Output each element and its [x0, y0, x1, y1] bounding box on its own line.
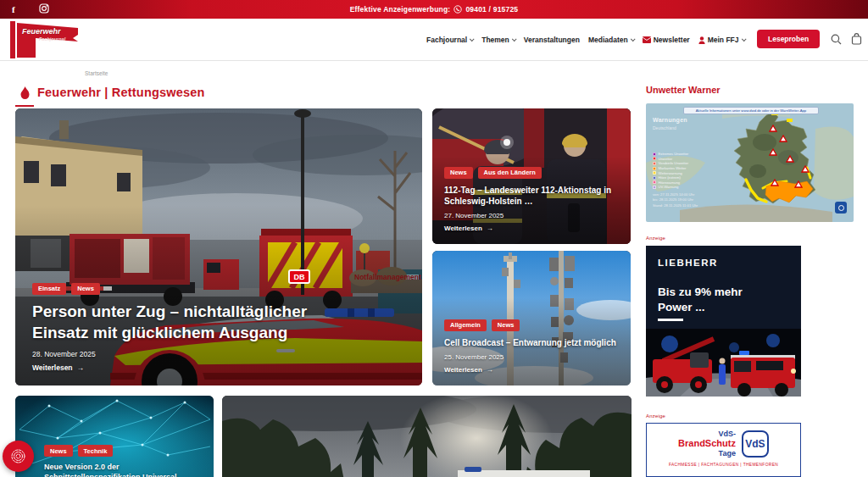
vds-ad-text: VdS- BrandSchutz Tage: [678, 430, 736, 458]
tag-list: News Aus den Ländern: [444, 167, 617, 179]
map-legend: Extremes Unwetter Unwetter Vorabinfo Unw…: [653, 152, 688, 190]
category-flame: [15, 86, 34, 107]
vds-logo: VdS: [742, 430, 769, 458]
liebherr-ad[interactable]: LIEBHERR Bis zu 9% mehr Power ...: [646, 246, 801, 397]
vds-tagline: FACHMESSE | FACHTAGUNGEN | THEMENFOREN: [647, 463, 800, 467]
main-nav: Fachjournal Themen Veranstaltungen Media…: [426, 19, 745, 61]
logo-line2: Fachjournal: [39, 36, 66, 42]
tag-badge[interactable]: Aus den Ländern: [478, 167, 542, 179]
article-image-storm-trees: [222, 396, 632, 477]
fingerprint-icon: [10, 448, 26, 464]
article-title[interactable]: Person unter Zug – nichtalltäglicher Ein…: [32, 301, 363, 343]
tag-badge[interactable]: News: [444, 167, 473, 179]
tag-badge[interactable]: Allgemein: [444, 319, 487, 331]
logo-line1: Feuerwehr: [22, 27, 61, 36]
tag-list: Allgemein News: [444, 319, 617, 331]
vds-ad[interactable]: VdS- BrandSchutz Tage VdS FACHMESSE | FA…: [646, 423, 801, 477]
map-banner: Aktuelle Informationen unter www.dwd.de …: [683, 107, 819, 114]
privacy-settings-button[interactable]: [3, 441, 34, 472]
ad-label: Anzeige: [646, 236, 665, 241]
topbar-message: Effektive Anzeigenwerbung: 09401 / 91572…: [0, 0, 868, 19]
nav-item-mediadaten[interactable]: Mediadaten: [588, 36, 634, 44]
user-icon: [698, 36, 705, 44]
map-title: Warnungen: [653, 117, 687, 123]
arrow-icon: →: [487, 366, 493, 374]
liebherr-ad-image: [646, 329, 801, 397]
tag-list: Einsatz News: [32, 283, 409, 295]
article-date: 25. November 2025: [444, 353, 617, 361]
page-title: Feuerwehr | Rettungswesen: [37, 86, 205, 99]
nav-item-fachjournal[interactable]: Fachjournal: [426, 36, 473, 44]
nav-item-newsletter[interactable]: Newsletter: [643, 36, 690, 44]
tag-list: News Technik: [44, 445, 205, 457]
chevron-down-icon: [631, 36, 636, 42]
chevron-down-icon: [512, 36, 517, 42]
readmore-link[interactable]: Weiterlesen→: [32, 363, 409, 372]
vehicle-lettering: Notfallmanagement: [354, 273, 421, 281]
article-card-storm[interactable]: [222, 396, 632, 477]
tag-badge[interactable]: News: [492, 319, 520, 331]
article-title[interactable]: Neue Version 2.0 der Schnittstellenspezi…: [44, 463, 205, 477]
readmore-link[interactable]: Weiterlesen→: [444, 225, 617, 232]
arrow-icon: →: [487, 225, 493, 232]
article-date: 27. November 2025: [444, 212, 617, 219]
chevron-down-icon: [741, 36, 746, 42]
search-icon[interactable]: [831, 33, 842, 48]
map-subtitle: Deutschland: [653, 125, 676, 130]
leseproben-button[interactable]: Leseproben: [757, 30, 820, 48]
article-title[interactable]: 112-Tag – Landesweiter 112-Aktionstag in…: [444, 185, 617, 207]
liebherr-brand: LIEBHERR: [658, 258, 718, 268]
tag-badge[interactable]: News: [44, 445, 73, 457]
tag-badge[interactable]: News: [71, 283, 100, 295]
dwd-logo-icon: [835, 202, 847, 214]
phone-icon: [453, 5, 462, 14]
topbar-phone[interactable]: 09401 / 915725: [465, 5, 518, 14]
db-logo: DB: [288, 269, 310, 284]
article-date: 28. November 2025: [32, 350, 409, 358]
arrow-icon: →: [77, 363, 85, 372]
nav-item-mein-ffj[interactable]: Mein FFJ: [698, 36, 745, 44]
readmore-link[interactable]: Weiterlesen→: [444, 366, 617, 374]
topbar-prefix: Effektive Anzeigenwerbung:: [350, 5, 451, 14]
newsletter-icon: [643, 36, 651, 43]
article-card-112-tag[interactable]: News Aus den Ländern 112-Tag – Landeswei…: [432, 108, 631, 244]
liebherr-headline: Bis zu 9% mehr Power ...: [658, 285, 743, 314]
breadcrumb[interactable]: Startseite: [85, 70, 108, 76]
tag-badge[interactable]: Einsatz: [32, 283, 66, 295]
header: Feuerwehr Fachjournal Fachjournal Themen…: [0, 19, 868, 61]
chevron-down-icon: [470, 36, 475, 42]
liebherr-underline: [658, 319, 683, 321]
map-timestamps: von: 27.11.2025 14:00 Uhr bis: 28.11.202…: [653, 192, 698, 208]
weather-warning-map[interactable]: Aktuelle Informationen unter www.dwd.de …: [646, 103, 854, 222]
topbar: f Effektive Anzeigenwerbung: 09401 / 915…: [0, 0, 868, 19]
ad-label: Anzeige: [646, 413, 665, 419]
weather-widget-title: Unwetter Warner: [646, 85, 721, 95]
article-card-upi[interactable]: News Technik Neue Version 2.0 der Schnit…: [15, 396, 214, 477]
flame-icon: [19, 86, 31, 100]
site-logo[interactable]: Feuerwehr Fachjournal: [10, 20, 83, 63]
nav-item-themen[interactable]: Themen: [481, 36, 515, 44]
article-card-cell-broadcast[interactable]: Allgemein News Cell Broadcast – Entwarnu…: [432, 251, 631, 385]
cart-icon[interactable]: [851, 33, 862, 48]
article-card-main[interactable]: DB Notfallmanagement Einsatz News Person…: [15, 108, 422, 385]
tag-badge[interactable]: Technik: [78, 445, 114, 457]
article-title[interactable]: Cell Broadcast – Entwarnung jetzt möglic…: [444, 337, 617, 348]
page: f Effektive Anzeigenwerbung: 09401 / 915…: [0, 0, 868, 477]
nav-item-veranstaltungen[interactable]: Veranstaltungen: [524, 36, 580, 44]
